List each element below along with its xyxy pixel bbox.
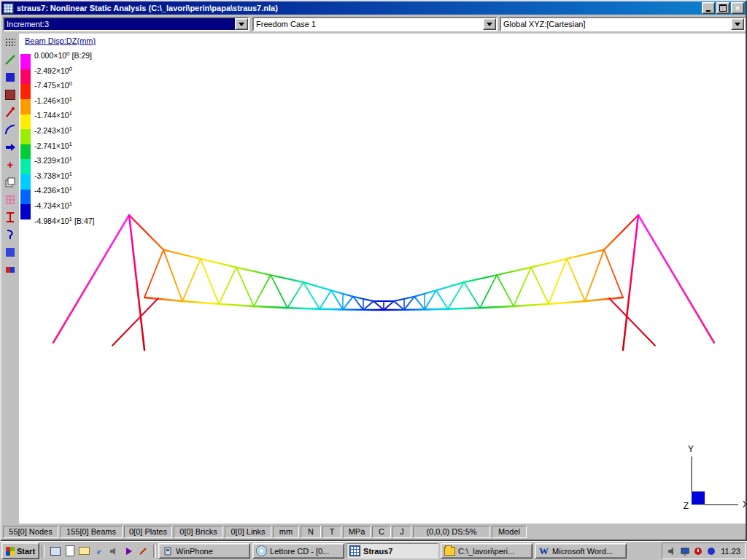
selection-grid-icon[interactable] — [4, 36, 17, 49]
axis-label-x: X — [743, 499, 746, 510]
legend-entry: -2.741×101 — [34, 137, 94, 152]
status-bar: 55[0] Nodes 155[0] Beams 0[0] Plates 0[0… — [1, 524, 746, 540]
desktop: straus7: Nonlinear Static Analysis (C:\_… — [0, 0, 747, 560]
minimize-icon — [706, 10, 711, 12]
axis-label-z: Z — [684, 501, 689, 511]
coord-system-combobox[interactable]: Global XYZ:[Cartesian] — [500, 17, 746, 31]
status-unit-temp: C — [372, 526, 391, 538]
straus7-window: straus7: Nonlinear Static Analysis (C:\_… — [0, 0, 747, 541]
task-cd-player[interactable]: Lettore CD - [0... — [252, 543, 344, 559]
task-label: Microsoft Word... — [552, 547, 613, 556]
copy-stack-icon[interactable] — [4, 176, 17, 189]
mail-icon[interactable] — [78, 545, 90, 557]
legend-entry: -2.492×100 — [34, 62, 94, 77]
create-plate-icon[interactable] — [4, 71, 17, 84]
chevron-down-icon[interactable] — [731, 18, 744, 30]
task-label: Lettore CD - [0... — [270, 547, 329, 556]
maximize-icon — [719, 4, 727, 12]
task-label: Straus7 — [363, 547, 392, 556]
window-title: straus7: Nonlinear Static Analysis (C:\_… — [17, 4, 700, 12]
status-coords-ds: (0,0,0) DS:5% — [413, 526, 490, 538]
taskbar-divider — [42, 545, 44, 558]
extrude-arrow-icon[interactable] — [4, 141, 17, 154]
task-explorer[interactable]: C:\_lavori\peri... — [441, 543, 533, 559]
legend-entry: -7.475×100 — [34, 77, 94, 92]
model-view[interactable]: Beam Disp:DZ(mm) 0.000×100[B:29] -2.492×… — [19, 34, 746, 524]
legend-entry: -3.738×101 — [34, 167, 94, 182]
quick-launch: e — [47, 545, 151, 557]
task-winphone[interactable]: WinPhone — [158, 543, 250, 559]
attachment-hook-icon[interactable] — [4, 228, 17, 241]
plate-fill-icon[interactable] — [4, 246, 17, 259]
taskbar-divider — [153, 545, 156, 558]
brick-color-icon[interactable] — [4, 263, 17, 276]
legend-title: Beam Disp:DZ(mm) — [25, 36, 96, 45]
grid-plate-icon[interactable] — [4, 193, 17, 206]
close-icon: × — [735, 4, 740, 12]
legend-entry: -4.236×101 — [34, 182, 94, 197]
create-beam-icon[interactable] — [4, 53, 17, 66]
word-icon: W — [538, 545, 549, 556]
create-brick-icon[interactable] — [4, 88, 17, 101]
tool-palette: + — [1, 34, 19, 524]
minimize-button[interactable] — [702, 2, 715, 14]
status-unit-mass: T — [322, 526, 341, 538]
status-unit-force: N — [301, 526, 321, 538]
freedom-case-value: Freedom Case 1 — [254, 18, 484, 30]
windows-logo-icon — [6, 547, 15, 556]
increment-combobox[interactable]: Increment:3 — [3, 17, 249, 31]
task-label: C:\_lavori\peri... — [458, 547, 514, 556]
ie-icon[interactable]: e — [93, 545, 105, 557]
result-legend: Beam Disp:DZ(mm) 0.000×100[B:29] -2.492×… — [20, 36, 96, 227]
display-tray-icon[interactable] — [680, 546, 690, 556]
bridge-towers — [53, 215, 714, 350]
maximize-button[interactable] — [716, 2, 729, 14]
paint-icon[interactable] — [136, 545, 149, 557]
increment-value: Increment:3 — [4, 18, 236, 30]
system-tray: 11.23 — [662, 542, 746, 559]
axis-triad: Y X Z — [684, 444, 746, 511]
document-icon[interactable] — [63, 545, 76, 557]
status-plates: 0[0] Plates — [124, 526, 172, 538]
volume-tray-icon[interactable] — [667, 546, 677, 556]
legend-entry: -1.246×101 — [34, 92, 94, 107]
task-word[interactable]: W Microsoft Word... — [535, 543, 627, 559]
beam-section-icon[interactable] — [4, 211, 17, 224]
start-label: Start — [17, 547, 35, 556]
close-button[interactable]: × — [731, 2, 744, 14]
status-links: 0[0] Links — [225, 526, 271, 538]
phone-icon — [162, 545, 173, 556]
windows-taskbar: Start e WinPhone Lettore CD - [0... — [0, 541, 747, 560]
volume-icon[interactable] — [107, 545, 120, 557]
coord-system-value: Global XYZ:[Cartesian] — [501, 18, 732, 30]
status-unit-length: mm — [273, 526, 299, 538]
status-beams: 155[0] Beams — [60, 526, 123, 538]
taskbar-clock[interactable]: 11.23 — [721, 547, 740, 556]
status-unit-energy: J — [392, 526, 411, 538]
arc-tool-icon[interactable] — [4, 123, 17, 136]
legend-entry: 0.000×100[B:29] — [34, 47, 94, 62]
show-desktop-icon[interactable] — [49, 545, 61, 557]
status-unit-stress: MPa — [343, 526, 371, 538]
legend-entry: -2.243×101 — [34, 122, 94, 137]
add-node-icon[interactable]: + — [4, 158, 17, 171]
start-button[interactable]: Start — [1, 542, 39, 559]
freedom-case-combobox[interactable]: Freedom Case 1 — [252, 17, 498, 31]
scheduler-tray-icon[interactable] — [693, 546, 703, 556]
network-tray-icon[interactable] — [706, 546, 716, 556]
axis-label-y: Y — [688, 444, 694, 454]
task-straus7[interactable]: Straus7 — [347, 543, 438, 559]
legend-entry: -1.744×101 — [34, 106, 94, 122]
legend-entry: -4.984×101[B:47] — [34, 212, 94, 228]
combo-toolbar: Increment:3 Freedom Case 1 Global XYZ:[C… — [1, 15, 746, 34]
bridge-truss — [129, 215, 638, 310]
app-icon[interactable] — [3, 3, 14, 14]
edit-element-icon[interactable] — [4, 106, 17, 119]
legend-labels: 0.000×100[B:29] -2.492×100 -7.475×100 -1… — [34, 47, 94, 227]
z-axis-square — [692, 491, 705, 505]
media-player-icon[interactable] — [122, 545, 134, 557]
title-bar: straus7: Nonlinear Static Analysis (C:\_… — [1, 1, 746, 15]
chevron-down-icon[interactable] — [483, 18, 496, 30]
folder-icon — [444, 545, 455, 556]
chevron-down-icon[interactable] — [235, 18, 248, 30]
